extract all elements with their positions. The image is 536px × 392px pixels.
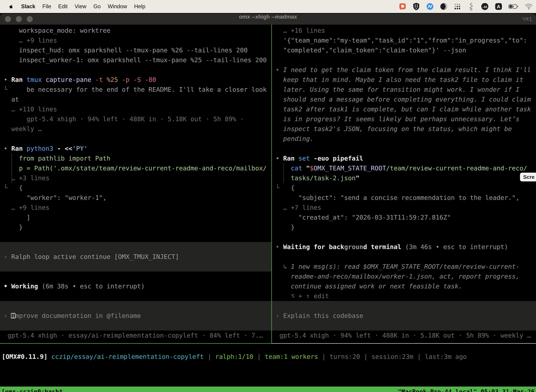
terminal-line: … +9 lines — [0, 203, 271, 213]
terminal-line — [0, 262, 271, 271]
terminal-line: • I need to get the claim token from the… — [272, 65, 536, 75]
text-segment: ] — [4, 214, 30, 221]
text-segment: at — [4, 96, 19, 103]
terminal-line: "subject": "send a concise recommendatio… — [272, 193, 536, 203]
text-segment: keep that in mind. Maybe I also need the… — [276, 76, 523, 83]
text-segment: %25 — [107, 76, 122, 83]
grid-dots-icon[interactable] — [453, 2, 461, 10]
text-segment: Ran — [283, 155, 298, 162]
text-segment: set — [298, 155, 314, 162]
text-segment: [OMX#0.11.9] — [2, 353, 51, 360]
text-segment: • — [276, 243, 283, 250]
terminal-line — [272, 252, 536, 262]
text-segment: d terminal — [363, 243, 405, 250]
text-segment: › — [4, 312, 11, 319]
terminal-line: • Ran python3 - <<'PY' — [0, 144, 271, 154]
terminal-line: from pathlib import Path — [0, 154, 271, 163]
text-segment: is in progress? It seems likely but perh… — [276, 115, 519, 123]
battery-charging-icon[interactable] — [508, 2, 519, 10]
badge-61-icon[interactable]: ..61 — [481, 2, 489, 10]
text-segment: workspace_mode: worktree — [4, 27, 110, 34]
text-segment: › — [276, 312, 283, 319]
terminal-line: … +9 lines — [0, 36, 271, 45]
text-segment: } — [276, 224, 295, 231]
terminal-line — [272, 301, 536, 311]
window-titlebar[interactable]: omx --xhigh --madmax ⌥⌘1 — [0, 14, 536, 25]
terminal-line: › Explain this codebase — [272, 311, 536, 321]
menu-item-view[interactable]: View — [75, 3, 86, 10]
text-segment: gpt-5.4 xhigh · essay/ai-reimplementatio… — [4, 332, 263, 339]
text-segment: • — [276, 155, 283, 162]
terminal-line: └ { — [272, 183, 536, 193]
terminal-line: inspect_hud: omx sparkshell --tmux-pane … — [0, 45, 271, 55]
omx-hud: [OMX#0.11.9] cczip/essay/ai-reimplementa… — [0, 344, 536, 387]
text-segment: gpt-5.4 xhigh · 94% left · 488K in · 5.1… — [276, 332, 531, 339]
terminal-line — [0, 134, 271, 144]
terminal-line: … +7 lines — [272, 203, 536, 213]
macos-menu-bar: SlackFileEditViewGoWindowHelp ..61 A — [0, 0, 536, 13]
squiggle-icon[interactable] — [467, 2, 475, 10]
terminal-line: [OMX#0.11.9] cczip/essay/ai-reimplementa… — [2, 352, 536, 362]
terminal-line: • Waiting for background terminal (3m 46… — [272, 242, 536, 252]
menu-item-go[interactable]: Go — [93, 3, 100, 10]
desktop: { "menu_bar": { "items": ["Slack", "File… — [0, 0, 536, 392]
menu-item-slack[interactable]: Slack — [21, 3, 35, 10]
right-pane-bottom-border — [272, 343, 536, 344]
terminal-line: … +16 lines — [272, 26, 536, 36]
text-segment: mprove documentation in @filename — [15, 312, 141, 319]
a-badge-icon[interactable]: A — [494, 2, 502, 10]
terminal-line: readme-and-reco/mailbox/worker-1.json, a… — [272, 271, 536, 281]
wifi-icon[interactable] — [525, 2, 533, 10]
menu-item-edit[interactable]: Edit — [58, 3, 67, 10]
text-segment: groun — [344, 243, 363, 250]
text-segment: Explain this codebase — [283, 312, 363, 319]
terminal-line: '{"team_name":"my-team","task_id":"1","f… — [272, 36, 536, 45]
screen-share-overlay[interactable]: Scre — [520, 173, 536, 182]
text-segment: tmux — [27, 76, 46, 83]
text-segment: '{"team_name":"my-team","task_id":"1","f… — [276, 37, 527, 44]
terminal-line: gpt-5.4 xhigh · 94% left · 488K in · 5.1… — [0, 114, 271, 124]
apple-menu-icon[interactable] — [8, 2, 14, 10]
screen-share-label: Scre — [523, 174, 535, 180]
text-segment: -S — [133, 76, 145, 83]
text-segment: { — [279, 184, 295, 191]
text-segment: -euo pipefail — [314, 155, 363, 162]
text-segment: cczip/essay/ai-reimplementation-copyleft — [51, 353, 208, 360]
text-segment: … +9 lines — [4, 37, 57, 44]
crescent-icon[interactable] — [440, 2, 448, 10]
omx-status-line: [OMX#0.11.9] cczip/essay/ai-reimplementa… — [2, 352, 536, 362]
terminal-line: ⌥ + ↑ edit — [272, 291, 536, 301]
terminal-line: └ { — [0, 183, 271, 193]
text-segment: pending. — [276, 135, 314, 142]
terminal-line: • Ran set -euo pipefail — [272, 154, 536, 163]
terminal-line — [272, 55, 536, 65]
terminal-line: workspace_mode: worktree — [0, 26, 271, 36]
text-segment: ↳ — [276, 263, 291, 270]
text-segment: inspect_worker-1: omx sparkshell --tmux-… — [4, 56, 267, 64]
text-segment: Ralph loop active continue [OMX_TMUX_INJ… — [11, 253, 179, 260]
terminal-line — [0, 291, 271, 301]
terminal-line — [272, 144, 536, 154]
recording-indicator-icon[interactable] — [398, 2, 407, 10]
menu-item-file[interactable]: File — [42, 3, 51, 10]
text-cursor: I — [11, 312, 15, 319]
text-segment: -p — [122, 76, 133, 83]
menu-item-window[interactable]: Window — [108, 3, 127, 10]
right-terminal-pane[interactable]: … +16 lines '{"team_name":"my-team","tas… — [272, 25, 536, 343]
text-segment: └ — [276, 184, 279, 191]
terminal-line: weekly … — [0, 124, 271, 134]
menu-left: SlackFileEditViewGoWindowHelp — [0, 2, 145, 10]
tmux-session-label[interactable]: [omx-cczip0:bash* — [1, 388, 62, 392]
text-segment: ralph:1/10 — [215, 353, 257, 360]
terminal-line: gpt-5.4 xhigh · 94% left · 488K in · 5.1… — [272, 331, 536, 340]
a-badge-label: A — [497, 4, 500, 9]
left-terminal-pane[interactable]: workspace_mode: worktree … +9 lines insp… — [0, 25, 271, 343]
left-pane-bottom-border — [0, 343, 271, 344]
text-segment: 1 new msg(s): read $OMX_TEAM_STATE_ROOT/… — [291, 263, 519, 270]
terminal-line — [0, 65, 271, 75]
menu-item-help[interactable]: Help — [134, 3, 145, 10]
text-segment: cat — [276, 165, 306, 172]
text-segment: … +110 lines — [4, 106, 57, 113]
blue-badge-icon[interactable] — [426, 2, 434, 10]
shield-grid-icon[interactable] — [412, 2, 420, 10]
